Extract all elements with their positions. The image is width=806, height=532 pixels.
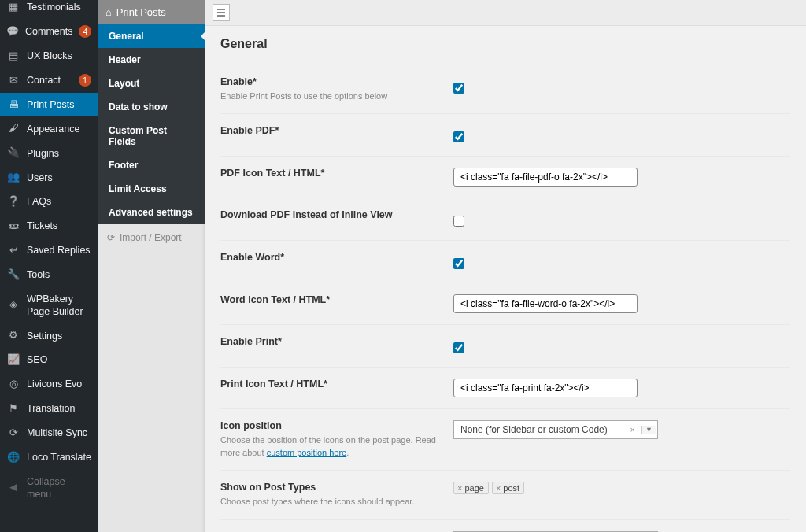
ticket-icon: 🎟 [6, 220, 20, 233]
nav-multisite-sync[interactable]: ⟳Multisite Sync [0, 421, 98, 445]
tag-post[interactable]: ×post [492, 482, 524, 494]
wrench-icon: 🔧 [6, 268, 20, 282]
enable-label: Enable* [220, 76, 438, 87]
home-icon: ⌂ [105, 6, 112, 18]
nav-loco-translate[interactable]: 🌐Loco Translate [0, 445, 98, 470]
nav-print-posts[interactable]: 🖶Print Posts [0, 93, 98, 117]
icon-position-select[interactable]: None (for Sidebar or custom Code) × ▼ [453, 420, 658, 439]
enable-word-checkbox[interactable] [453, 258, 464, 269]
loco-icon: 🌐 [6, 451, 20, 464]
tab-custom-post-fields[interactable]: Custom Post Fields [98, 119, 205, 153]
chevron-down-icon[interactable]: ▼ [641, 426, 656, 434]
nav-saved-replies[interactable]: ↩Saved Replies [0, 238, 98, 263]
enable-checkbox[interactable] [453, 83, 464, 94]
seo-icon: 📈 [6, 353, 20, 367]
reply-icon: ↩ [6, 244, 20, 257]
main-content: General Enable* Enable Print Posts to us… [205, 0, 806, 532]
comment-icon: 💬 [6, 25, 19, 39]
download-pdf-checkbox[interactable] [453, 216, 464, 227]
nav-testimonials[interactable]: ▦Testimonials [0, 0, 98, 20]
plug-icon: 🔌 [6, 146, 20, 160]
nav-contact[interactable]: ✉Contact1 [0, 68, 98, 93]
tab-layout[interactable]: Layout [98, 72, 205, 95]
post-types-select[interactable]: ×page×post [453, 482, 524, 494]
nav-users[interactable]: 👥Users [0, 165, 98, 190]
tab-general[interactable]: General [98, 24, 205, 48]
icon-position-desc: Choose the position of the icons on the … [220, 434, 438, 459]
bakery-icon: ◈ [6, 298, 20, 312]
gear-icon: ⚙ [6, 329, 20, 342]
users-icon: 👥 [6, 171, 20, 184]
print-icon-label: Print Icon Text / HTML* [220, 379, 438, 390]
tab-data-to-show[interactable]: Data to show [98, 95, 205, 119]
collapse-icon: ◀ [6, 481, 20, 494]
import-export[interactable]: ⟳ Import / Export [98, 224, 205, 251]
nav-ux-blocks[interactable]: ▤UX Blocks [0, 44, 98, 68]
post-types-label: Show on Post Types [220, 482, 438, 493]
tag-page[interactable]: ×page [453, 482, 489, 494]
tab-limit-access[interactable]: Limit Access [98, 177, 205, 201]
nav-faqs[interactable]: ❔FAQs [0, 190, 98, 214]
remove-tag-icon[interactable]: × [457, 483, 462, 493]
sync-icon: ⟳ [6, 427, 20, 440]
expand-all-button[interactable] [213, 4, 230, 21]
word-icon-input[interactable] [453, 294, 638, 313]
enable-print-checkbox[interactable] [453, 342, 464, 353]
plugin-subnav: ⌂ Print Posts GeneralHeaderLayoutData to… [98, 0, 205, 532]
wp-admin-sidebar: ▦Testimonials💬Comments4▤UX Blocks✉Contac… [0, 0, 98, 532]
svg-rect-1 [217, 12, 225, 13]
download-pdf-label: Download PDF instead of Inline View [220, 209, 438, 220]
word-icon-label: Word Icon Text / HTML* [220, 294, 438, 305]
nav-translation[interactable]: ⚑Translation [0, 397, 98, 421]
tab-footer[interactable]: Footer [98, 153, 205, 177]
pdf-icon-input[interactable] [453, 168, 638, 187]
badge: 4 [79, 25, 91, 38]
enable-pdf-checkbox[interactable] [453, 131, 464, 142]
subnav-title: ⌂ Print Posts [98, 0, 205, 24]
svg-rect-2 [217, 15, 225, 17]
nav-tickets[interactable]: 🎟Tickets [0, 214, 98, 238]
custom-position-link[interactable]: custom position here [267, 448, 347, 457]
nav-settings[interactable]: ⚙Settings [0, 323, 98, 348]
enable-desc: Enable Print Posts to use the options be… [220, 91, 438, 102]
sync-icon: ⟳ [107, 232, 115, 243]
enable-pdf-label: Enable PDF* [220, 125, 438, 136]
flag-icon: ⚑ [6, 402, 20, 416]
section-title: General [220, 37, 790, 51]
faq-icon: ❔ [6, 195, 20, 209]
clear-icon[interactable]: × [627, 425, 638, 434]
grid-icon: ▦ [6, 1, 20, 14]
pdf-icon-label: PDF Icon Text / HTML* [220, 168, 438, 179]
brush-icon: 🖌 [6, 122, 20, 135]
icon-position-label: Icon position [220, 420, 438, 431]
print-icon-input[interactable] [453, 379, 638, 397]
remove-tag-icon[interactable]: × [496, 483, 501, 493]
tab-advanced-settings[interactable]: Advanced settings [98, 201, 205, 224]
enable-word-label: Enable Word* [220, 252, 438, 263]
tab-header[interactable]: Header [98, 48, 205, 72]
liv-icon: ◎ [6, 378, 20, 391]
nav-comments[interactable]: 💬Comments4 [0, 20, 98, 44]
nav-livicons-evo[interactable]: ◎Livicons Evo [0, 372, 98, 397]
print-icon: 🖶 [6, 98, 20, 112]
nav-plugins[interactable]: 🔌Plugins [0, 141, 98, 165]
post-types-desc: Choose post types where the icons should… [220, 496, 438, 508]
blocks-icon: ▤ [6, 50, 20, 63]
nav-tools[interactable]: 🔧Tools [0, 263, 98, 287]
badge: 1 [79, 74, 91, 87]
enable-print-label: Enable Print* [220, 336, 438, 347]
nav-collapse-menu[interactable]: ◀Collapse menu [0, 470, 98, 507]
nav-appearance[interactable]: 🖌Appearance [0, 116, 98, 141]
nav-wpbakery-page-builder[interactable]: ◈WPBakery Page Builder [0, 287, 98, 324]
mail-icon: ✉ [6, 74, 20, 87]
toolbar [205, 0, 806, 26]
nav-seo[interactable]: 📈SEO [0, 348, 98, 372]
svg-rect-0 [217, 9, 225, 10]
